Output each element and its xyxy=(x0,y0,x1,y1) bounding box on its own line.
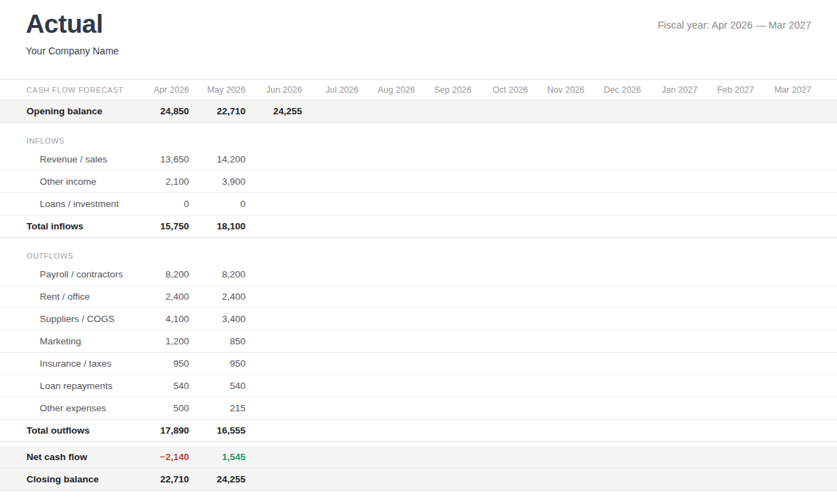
value-cell xyxy=(416,171,472,193)
fiscal-year-label: Fiscal year: Apr 2026 — Mar 2027 xyxy=(658,20,811,31)
report-header: Actual Your Company Name Fiscal year: Ap… xyxy=(0,0,837,79)
value-cell xyxy=(642,148,698,171)
value-cell: 950 xyxy=(190,353,246,375)
value-cell xyxy=(359,193,416,215)
value-cell xyxy=(585,215,642,238)
section-outflows: OUTFLOWS xyxy=(0,248,837,264)
value-cell xyxy=(416,446,472,468)
section-label: OUTFLOWS xyxy=(0,248,837,264)
value-cell xyxy=(303,215,359,238)
row-label: Revenue / sales xyxy=(0,148,133,171)
value-cell xyxy=(755,215,837,238)
value-cell xyxy=(303,100,359,123)
month-header: Mar 2027 xyxy=(755,79,837,100)
value-cell xyxy=(246,397,303,420)
value-cell xyxy=(303,397,359,420)
value-cell xyxy=(416,353,472,375)
value-cell xyxy=(585,286,642,308)
row-insurance-taxes: Insurance / taxes950950 xyxy=(0,353,837,375)
value-cell xyxy=(642,468,698,491)
value-cell xyxy=(642,375,698,397)
value-cell xyxy=(303,446,359,468)
value-cell xyxy=(246,468,303,491)
row-label: Insurance / taxes xyxy=(0,353,133,375)
value-cell: 2,100 xyxy=(133,171,190,193)
value-cell xyxy=(303,468,359,491)
value-cell xyxy=(303,353,359,375)
value-cell xyxy=(416,420,472,442)
table-title-label: CASH FLOW FORECAST xyxy=(0,79,133,100)
value-cell xyxy=(698,308,755,330)
value-cell xyxy=(585,193,642,215)
value-cell xyxy=(359,353,416,375)
value-cell xyxy=(359,468,416,491)
value-cell xyxy=(472,308,529,330)
value-cell xyxy=(755,264,837,286)
table-header-row: CASH FLOW FORECAST Apr 2026May 2026Jun 2… xyxy=(0,79,837,100)
value-cell xyxy=(359,171,416,193)
month-header: Dec 2026 xyxy=(585,79,642,100)
row-label: Payroll / contractors xyxy=(0,264,133,286)
row-label: Total outflows xyxy=(0,420,133,442)
value-cell xyxy=(585,397,642,420)
month-header: Nov 2026 xyxy=(529,79,585,100)
value-cell xyxy=(246,215,303,238)
value-cell xyxy=(755,375,837,397)
value-cell xyxy=(698,171,755,193)
value-cell xyxy=(303,264,359,286)
value-cell xyxy=(755,308,837,330)
value-cell xyxy=(698,148,755,171)
value-cell: 0 xyxy=(133,193,190,215)
row-total-outflows: Total outflows17,89016,555 xyxy=(0,420,837,442)
value-cell xyxy=(472,171,529,193)
value-cell xyxy=(246,446,303,468)
value-cell xyxy=(642,397,698,420)
value-cell xyxy=(246,286,303,308)
value-cell: 2,400 xyxy=(190,286,246,308)
value-cell xyxy=(529,308,585,330)
value-cell xyxy=(359,397,416,420)
value-cell xyxy=(529,171,585,193)
value-cell: 15,750 xyxy=(133,215,190,238)
value-cell xyxy=(585,264,642,286)
value-cell: 24,255 xyxy=(246,100,303,123)
value-cell xyxy=(359,264,416,286)
value-cell xyxy=(642,420,698,442)
value-cell xyxy=(585,468,642,491)
value-cell xyxy=(642,193,698,215)
value-cell xyxy=(698,446,755,468)
value-cell: −2,140 xyxy=(133,446,190,468)
row-opening-balance: Opening balance24,85022,71024,255 xyxy=(0,100,837,123)
value-cell xyxy=(416,286,472,308)
value-cell: 24,255 xyxy=(190,468,246,491)
month-header: Feb 2027 xyxy=(698,79,755,100)
value-cell xyxy=(529,264,585,286)
value-cell xyxy=(472,215,529,238)
value-cell: 8,200 xyxy=(133,264,190,286)
value-cell xyxy=(303,171,359,193)
value-cell xyxy=(416,100,472,123)
value-cell xyxy=(755,286,837,308)
value-cell xyxy=(303,420,359,442)
cash-flow-table: CASH FLOW FORECAST Apr 2026May 2026Jun 2… xyxy=(0,79,837,491)
value-cell: 8,200 xyxy=(190,264,246,286)
value-cell xyxy=(416,193,472,215)
value-cell: 22,710 xyxy=(133,468,190,491)
value-cell xyxy=(755,397,837,420)
value-cell xyxy=(472,193,529,215)
month-header: Jun 2026 xyxy=(246,79,303,100)
value-cell xyxy=(246,171,303,193)
value-cell xyxy=(359,308,416,330)
value-cell xyxy=(698,215,755,238)
title-block: Actual Your Company Name xyxy=(26,9,119,56)
spacer-row xyxy=(0,123,837,133)
value-cell xyxy=(585,375,642,397)
value-cell xyxy=(642,353,698,375)
value-cell: 3,400 xyxy=(190,308,246,330)
section-inflows: INFLOWS xyxy=(0,133,837,148)
row-suppliers-cogs: Suppliers / COGS4,1003,400 xyxy=(0,308,837,330)
value-cell: 14,200 xyxy=(190,148,246,171)
value-cell xyxy=(642,446,698,468)
value-cell xyxy=(585,171,642,193)
value-cell xyxy=(698,286,755,308)
